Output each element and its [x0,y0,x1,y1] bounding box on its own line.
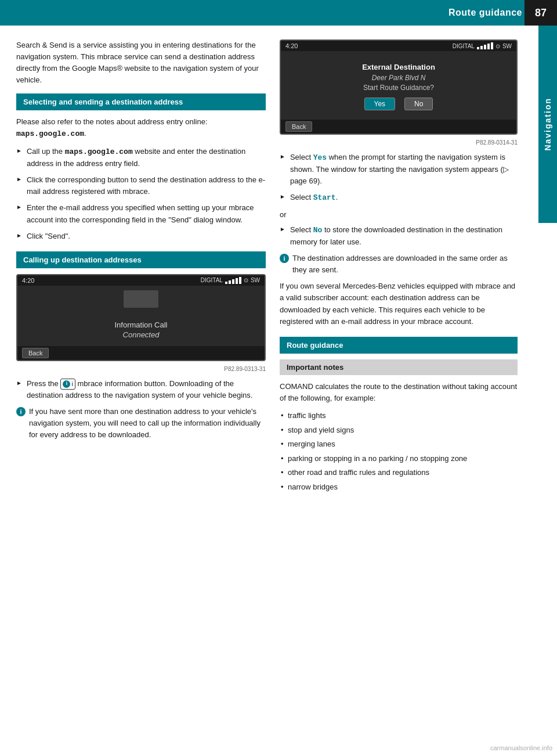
section2-header: Calling up destination addresses [16,251,266,268]
bullet-text-4: Click "Send". [27,231,70,242]
right-bullet-text-no: Select No to store the downloaded destin… [290,224,518,248]
right-bullet-text-1: Select Yes when the prompt for starting … [290,152,518,187]
device-topbar-right-2: DIGITAL ⊙ SW [453,42,512,49]
bullet-text-1: Call up the maps.google.com website and … [27,146,266,170]
info-note-1: i If you have sent more than one destina… [16,406,266,441]
device-topbar-2: 4:20 DIGITAL ⊙ SW [281,41,516,51]
left-column: Search & Send is a service assisting you… [16,39,266,495]
press-arrow: ► [16,379,22,387]
press-instruction-item: ► Press the i i mbrace information butto… [16,378,266,401]
device-content-1: Information Call Connected [17,286,265,346]
list-item-1: traffic lights [280,410,518,422]
press-text: Press the i i mbrace information button.… [27,378,266,401]
bullet-item-2: ► Click the corresponding button to send… [16,174,266,197]
bullet-item-4: ► Click "Send". [16,231,266,242]
bullet-text-2: Click the corresponding button to send t… [27,174,266,197]
yes-button[interactable]: Yes [364,98,396,110]
device-bottombar-1: Back [17,346,265,360]
device-content-2: External Destination Deer Park Blvd N St… [281,51,516,120]
device-back-button-1[interactable]: Back [22,348,49,358]
no-button[interactable]: No [404,98,433,110]
list-item-5: other road and traffic rules and regulat… [280,467,518,478]
ext-dest-sub2: Start Route Guidance? [288,84,509,92]
page-number: 87 [525,0,557,26]
bullet-item-3: ► Enter the e-mail address you specified… [16,202,266,225]
list-item-6: narrow bridges [280,481,518,493]
signal-bars-2 [477,42,493,49]
right-info-text-1: The destination addresses are downloaded… [292,253,518,276]
watermark: carmanualsonline.info [490,744,552,751]
bullet-arrow-3: ► [16,203,22,211]
device-ref-2: P82.89-0314-31 [280,139,518,146]
right-info-2: If you own several Mercedes-Benz vehicle… [280,280,518,327]
section3-list: traffic lights stop and yield signs merg… [280,410,518,492]
right-info-icon-1: i [280,254,289,263]
bullet-arrow-4: ► [16,231,22,240]
section3-sub-header: Important notes [280,359,518,375]
right-bullet-2: ► Select Start. [280,192,518,204]
website-link: maps.google.com [16,129,84,138]
device-buttons-2: Yes No [288,98,509,110]
ext-dest-subtitle: Deer Park Blvd N [288,74,509,82]
thumbnail-1 [124,290,158,308]
info-call-status: Connected [114,330,167,339]
signal-bars-1 [225,277,241,284]
list-item-4: parking or stopping in a no parking / no… [280,453,518,465]
list-item-2: stop and yield signs [280,424,518,436]
device-ref-1: P82.89-0313-31 [16,366,266,372]
device-back-button-2[interactable]: Back [285,121,312,132]
list-item-3: merging lanes [280,438,518,450]
info-icon-1: i [16,407,26,416]
right-bullet-arrow-1: ► [280,152,285,161]
info-note-text-1: If you have sent more than one destinati… [29,406,266,441]
bullet-arrow-2: ► [16,175,22,183]
right-bullet-1: ► Select Yes when the prompt for startin… [280,152,518,187]
right-bullet-no: ► Select No to store the downloaded dest… [280,224,518,248]
mbrace-button-icon: i i [60,379,75,390]
device-topbar-right-1: DIGITAL ⊙ SW [201,277,260,284]
right-bullet-arrow-2: ► [280,192,285,201]
header-title: Route guidance [449,8,522,18]
section1-header: Selecting and sending a destination addr… [16,93,266,110]
right-column: 4:20 DIGITAL ⊙ SW [280,39,518,495]
bullet-text-3: Enter the e-mail address you specified w… [27,202,266,225]
ext-dest-title: External Destination [288,63,509,71]
device-time-2: 4:20 [285,42,298,49]
section3-intro: COMAND calculates the route to the desti… [280,381,518,404]
right-bullet-text-2: Select Start. [290,192,338,204]
device-topbar-1: 4:20 DIGITAL ⊙ SW [17,275,265,286]
right-bullet-arrow-no: ► [280,225,285,233]
section1-note: Please also refer to the notes about add… [16,116,266,140]
bullet-item-1: ► Call up the maps.google.com website an… [16,146,266,170]
header-bar: Route guidance 87 [0,0,557,26]
content-area: Search & Send is a service assisting you… [0,26,557,509]
info-call-text: Information Call [114,321,167,329]
or-text: or [280,209,518,221]
device-time-1: 4:20 [22,277,34,284]
right-info-1: i The destination addresses are download… [280,253,518,276]
device-screen-2: 4:20 DIGITAL ⊙ SW [280,39,518,135]
device-bottombar-2: Back [281,120,516,134]
intro-paragraph: Search & Send is a service assisting you… [16,39,266,87]
device-screen-1: 4:20 DIGITAL ⊙ SW [16,274,266,361]
bullet-arrow-1: ► [16,146,22,155]
section3-header: Route guidance [280,337,518,354]
